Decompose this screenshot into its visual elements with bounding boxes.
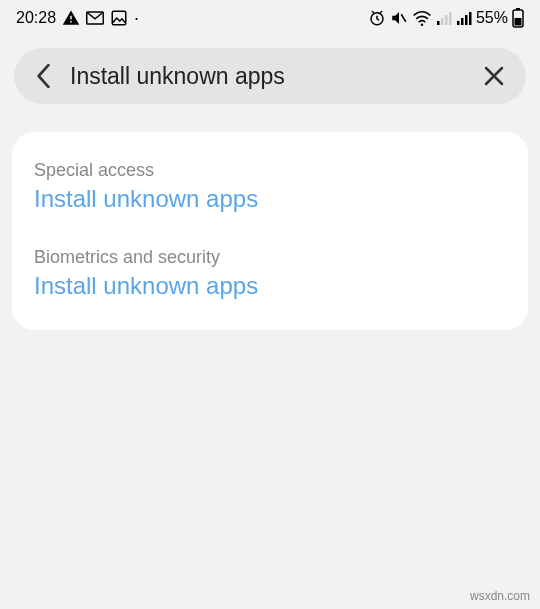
svg-rect-9 — [457, 21, 460, 25]
result-category: Special access — [34, 160, 506, 181]
status-time: 20:28 — [16, 9, 56, 27]
warning-icon — [62, 9, 80, 27]
svg-rect-8 — [449, 12, 452, 25]
result-title: Install unknown apps — [34, 272, 506, 300]
svg-rect-15 — [515, 18, 522, 26]
status-left: 20:28 · — [16, 9, 139, 27]
search-input[interactable]: Install unknown apps — [70, 63, 482, 90]
svg-rect-10 — [461, 18, 464, 25]
back-icon[interactable] — [34, 63, 52, 89]
svg-rect-1 — [112, 11, 126, 25]
more-icon: · — [134, 9, 139, 27]
result-category: Biometrics and security — [34, 247, 506, 268]
watermark: wsxdn.com — [470, 589, 530, 603]
svg-line-3 — [401, 14, 406, 22]
wifi-icon — [412, 9, 432, 27]
search-bar[interactable]: Install unknown apps — [14, 48, 526, 104]
close-icon[interactable] — [482, 64, 506, 88]
svg-point-4 — [421, 23, 424, 25]
search-results: Special access Install unknown apps Biom… — [12, 132, 528, 330]
status-bar: 20:28 · 55% — [0, 0, 540, 36]
svg-rect-12 — [469, 12, 472, 25]
svg-rect-6 — [441, 18, 444, 25]
battery-icon — [512, 8, 524, 28]
svg-rect-7 — [445, 15, 448, 25]
signal-2-icon — [456, 10, 472, 26]
svg-rect-5 — [437, 21, 440, 25]
mute-icon — [390, 9, 408, 27]
svg-rect-14 — [516, 8, 520, 10]
result-item[interactable]: Biometrics and security Install unknown … — [34, 247, 506, 300]
battery-text: 55% — [476, 9, 508, 27]
alarm-icon — [368, 9, 386, 27]
status-right: 55% — [368, 8, 524, 28]
gmail-icon — [86, 11, 104, 25]
image-icon — [110, 9, 128, 27]
svg-rect-11 — [465, 15, 468, 25]
result-item[interactable]: Special access Install unknown apps — [34, 160, 506, 213]
signal-1-icon — [436, 10, 452, 26]
result-title: Install unknown apps — [34, 185, 506, 213]
